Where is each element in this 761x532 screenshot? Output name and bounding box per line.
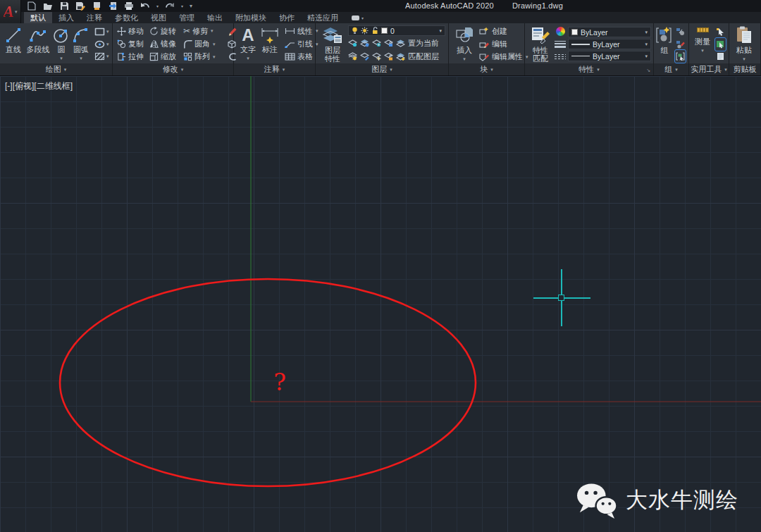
save-button[interactable] [59,1,69,11]
linear-dim-button[interactable]: 线性 ▾ [285,25,318,37]
table-button[interactable]: 表格 [285,51,318,63]
minimize-ribbon-button[interactable]: ▾ [352,12,364,23]
layer-match-icon[interactable] [396,52,405,61]
redo-button[interactable] [165,1,175,11]
tab-view[interactable]: 视图 [144,12,173,23]
rotate-button[interactable]: 旋转 [149,25,183,37]
edit-block-button[interactable]: 编辑 [479,38,528,51]
trim-button[interactable]: ✂ 修剪 ▾ [183,25,224,37]
panel-title-draw[interactable]: 绘图 ▾ [0,63,112,75]
measure-button[interactable]: 测量 ▾ [692,25,713,63]
layer-unlock-tool-icon[interactable] [384,52,393,61]
panel-title-annotate[interactable]: 注释 ▾ [234,63,315,75]
match-layer-label[interactable]: 匹配图层 [408,51,439,62]
dimension-button[interactable]: 标注 [258,25,282,63]
tab-default[interactable]: 默认 [24,12,52,23]
tab-annotate[interactable]: 注释 [80,12,109,23]
fillet-button[interactable]: 圆角 ▾ [183,38,224,51]
scale-button[interactable]: 缩放 [149,51,183,63]
group-edit-button[interactable] [676,39,685,50]
trim-caret-icon[interactable]: ▾ [211,28,214,34]
fillet-caret-icon[interactable]: ▾ [213,42,216,47]
layer-freeze-icon[interactable] [360,39,369,47]
panel-title-clipboard[interactable]: 剪贴板 [729,63,760,75]
panel-title-layers[interactable]: 图层 ▾ [316,63,448,75]
linetype-dropdown[interactable]: ByLayer ▾ [568,51,651,61]
panel-title-groups[interactable]: 组 ▾ [654,63,688,75]
tab-addins[interactable]: 附加模块 [229,12,273,23]
tab-parametric[interactable]: 参数化 [109,12,144,23]
layer-thaw-tool-icon[interactable] [372,52,381,61]
list-button[interactable] [717,51,724,62]
panel-title-utilities[interactable]: 实用工具 ▾ [689,63,729,75]
panel-title-properties[interactable]: 特性 ▾ ↘ [525,63,653,75]
drawing-canvas[interactable]: [-][俯视][二维线框] ? 大水牛测绘 [0,76,761,532]
plot-button[interactable] [92,1,101,11]
new-file-button[interactable] [27,1,37,11]
color-wheel-button[interactable] [556,26,565,37]
drawn-ellipse[interactable] [60,279,476,486]
insert-block-caret-icon[interactable]: ▾ [463,55,466,63]
app-menu-button[interactable]: A ▾ [0,0,21,23]
group-button[interactable]: 组 [656,25,673,63]
circle-button[interactable]: 圆 ▾ [52,25,70,63]
tab-featured-apps[interactable]: 精选应用 [301,12,345,23]
circle-caret-icon[interactable]: ▾ [60,54,63,62]
line-button[interactable]: 直线 [3,25,24,63]
quick-select-button[interactable] [716,39,725,50]
edit-attributes-button[interactable]: 编辑属性 ▾ [479,51,528,63]
match-properties-button[interactable]: 特性匹配 [528,25,552,63]
redo-history-caret[interactable]: ▾ [181,4,183,8]
tab-insert[interactable]: 插入 [52,12,80,23]
arc-button[interactable]: 圆弧 ▾ [70,25,92,63]
layer-properties-button[interactable]: 图层特性 [318,25,347,63]
measure-caret-icon[interactable]: ▾ [701,47,704,54]
properties-dialog-launcher-icon[interactable]: ↘ [646,68,650,73]
layer-off-icon[interactable] [372,39,381,47]
polyline-button[interactable]: 多段线 [24,25,52,63]
hatch-button[interactable]: ▾ [94,51,111,62]
tab-collaborate[interactable]: 协作 [273,12,301,23]
undo-button[interactable] [140,1,150,11]
lineweight-list-button[interactable] [555,39,566,50]
layer-on-tool-icon[interactable] [348,52,357,61]
layer-set-current-icon[interactable] [396,39,405,47]
layer-isolate-icon[interactable] [348,39,357,47]
customize-qat-caret[interactable]: ▾ [190,3,192,9]
object-color-dropdown[interactable]: ByLayer ▾ [568,27,651,37]
paste-caret-icon[interactable]: ▾ [743,55,745,63]
tab-output[interactable]: 输出 [201,12,229,23]
arc-caret-icon[interactable]: ▾ [80,54,82,62]
ungroup-button[interactable] [676,26,685,37]
ellipse-button[interactable]: ▾ [94,39,111,50]
panel-title-modify[interactable]: 修改 ▾ [113,63,233,75]
array-caret-icon[interactable]: ▾ [213,54,216,60]
open-file-button[interactable] [43,1,53,11]
undo-history-caret[interactable]: ▾ [156,4,159,8]
panel-title-block[interactable]: 块 ▾ [449,63,524,75]
question-mark-text[interactable]: ? [273,369,286,396]
stretch-button[interactable]: 拉伸 [117,51,149,63]
move-button[interactable]: 移动 [117,25,149,37]
set-current-label[interactable]: 置为当前 [408,38,439,49]
text-button[interactable]: A 文字 ▾ [238,25,258,63]
print-button[interactable] [124,1,134,11]
array-button[interactable]: 阵列 ▾ [183,51,224,63]
paste-button[interactable]: 粘贴 ▾ [734,25,755,63]
layer-lock-icon[interactable] [384,39,393,47]
leader-button[interactable]: 引线 ▾ [285,38,318,51]
layer-dropdown[interactable]: 0 ▾ [348,25,445,36]
insert-block-button[interactable]: 插入 ▾ [453,25,476,63]
rectangle-button[interactable]: ▾ [94,26,111,37]
save-as-button[interactable] [75,1,85,11]
select-all-button[interactable] [716,26,725,37]
create-block-button[interactable]: 创建 [479,25,528,37]
text-caret-icon[interactable]: ▾ [247,54,249,62]
linetype-list-button[interactable] [555,51,566,62]
mirror-button[interactable]: 镜像 [149,38,183,51]
export-button[interactable] [108,1,118,11]
layer-edit-icon[interactable] [360,52,369,61]
group-selection-toggle[interactable] [676,51,685,62]
copy-button[interactable]: 复制 [117,38,149,51]
lineweight-dropdown[interactable]: ByLayer ▾ [568,39,651,49]
